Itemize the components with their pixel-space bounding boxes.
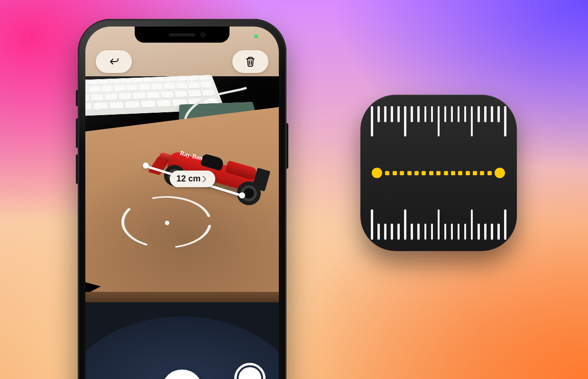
ruler-measure-line — [372, 168, 505, 178]
bottom-controls — [85, 367, 279, 379]
ruler-endpoint-right — [495, 168, 505, 178]
ruler-ticks-bottom — [360, 209, 517, 240]
delete-button[interactable] — [232, 50, 268, 73]
measurement-label[interactable]: 12 cm — [170, 171, 215, 187]
notch — [135, 27, 230, 43]
camera-viewfinder: Ray-Ban — [85, 27, 279, 379]
ruler-endpoint-left — [372, 168, 382, 178]
measure-app-icon — [360, 95, 517, 251]
screen: Ray-Ban 12 cm — [85, 27, 279, 379]
measurement-value: 12 cm — [176, 174, 201, 184]
trash-icon — [244, 55, 257, 68]
iphone-device: Ray-Ban 12 cm — [78, 19, 286, 379]
undo-button[interactable] — [96, 50, 132, 73]
add-point-button[interactable] — [161, 370, 203, 379]
camera-in-use-indicator — [254, 35, 258, 38]
chevron-right-icon — [202, 176, 207, 182]
top-toolbar — [85, 50, 279, 73]
undo-icon — [108, 55, 120, 68]
ruler-ticks-top — [360, 106, 517, 136]
